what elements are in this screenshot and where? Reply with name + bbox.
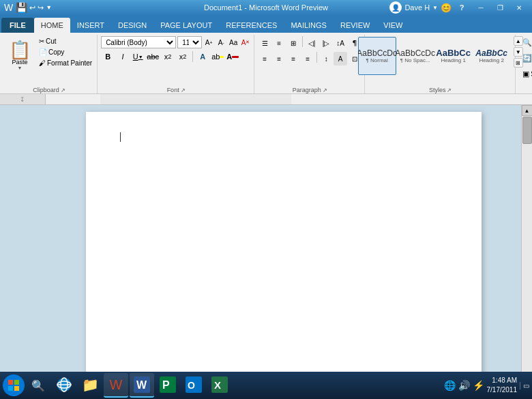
user-avatar: 👤 — [389, 1, 402, 14]
taskbar: 🔍 📁 W W P O — [0, 372, 532, 399]
font-color-btn[interactable]: A — [226, 50, 239, 63]
align-left-btn[interactable]: ≡ — [258, 52, 271, 65]
superscript-button[interactable]: x2 — [176, 50, 190, 63]
text-highlight-btn[interactable]: ab — [211, 50, 224, 63]
customize-icon[interactable]: ▼ — [46, 4, 52, 11]
excel-icon: X — [211, 376, 228, 393]
taskbar-ie[interactable] — [52, 373, 76, 398]
taskbar-office[interactable]: W — [104, 373, 128, 398]
start-button[interactable] — [3, 374, 25, 396]
taskbar-explorer[interactable]: 📁 — [78, 373, 102, 398]
document-area[interactable] — [46, 105, 521, 384]
tab-mailings[interactable]: MAILINGS — [284, 18, 334, 33]
tab-view[interactable]: VIEW — [376, 18, 409, 33]
taskbar-word[interactable]: W — [130, 373, 154, 398]
copy-button[interactable]: 📄 Copy — [37, 47, 94, 57]
paragraph-group-label[interactable]: Paragraph ↗ — [293, 87, 327, 93]
styles-group-label[interactable]: Styles ↗ — [429, 87, 452, 93]
taskbar-excel[interactable]: X — [207, 373, 232, 398]
system-clock[interactable]: 1:48 AM 7/17/2011 — [487, 376, 518, 395]
undo-icon[interactable]: ↩ — [29, 3, 35, 12]
scroll-thumb[interactable] — [522, 117, 532, 144]
indent-icon: ↧ — [0, 94, 45, 104]
decrease-indent-btn[interactable]: ◁| — [305, 36, 319, 50]
underline-button[interactable]: U▼ — [131, 50, 145, 63]
change-case-btn[interactable]: Aa — [228, 37, 239, 48]
strikethrough-button[interactable]: abc — [146, 50, 160, 63]
align-center-btn[interactable]: ≡ — [272, 52, 286, 65]
document-page[interactable] — [86, 112, 482, 384]
cut-button[interactable]: ✂ Cut — [37, 36, 94, 46]
tab-file[interactable]: FILE — [1, 18, 34, 33]
subscript-button[interactable]: x2 — [161, 50, 175, 63]
user-dropdown-icon[interactable]: ▼ — [432, 5, 438, 11]
battery-icon[interactable]: ⚡ — [473, 380, 484, 391]
find-button[interactable]: 🔍 Find ▼ — [519, 36, 532, 49]
tab-design[interactable]: DESIGN — [111, 18, 153, 33]
save-icon[interactable]: 💾 — [16, 2, 27, 13]
editing-content: 🔍 Find ▼ 🔄 Replace ▣ Select ▼ — [519, 36, 532, 85]
volume-icon[interactable]: 🔊 — [458, 380, 470, 391]
multilevel-btn[interactable]: ⊞ — [286, 36, 300, 50]
clear-formatting-btn[interactable]: A✕ — [240, 37, 251, 48]
increase-indent-btn[interactable]: |▷ — [319, 36, 333, 50]
increase-font-btn[interactable]: A+ — [203, 37, 214, 48]
highlight-color-indicator — [220, 56, 224, 58]
svg-rect-4 — [8, 386, 13, 391]
taskbar-search[interactable]: 🔍 — [26, 373, 50, 398]
font-color-indicator — [232, 56, 239, 58]
text-effects-btn[interactable]: A — [196, 50, 209, 63]
justify-btn[interactable]: ≡ — [301, 52, 314, 65]
align-right-btn[interactable]: ≡ — [286, 52, 300, 65]
select-button[interactable]: ▣ Select ▼ — [519, 68, 532, 80]
taskbar-publisher[interactable]: P — [156, 373, 180, 398]
clipboard-group-label[interactable]: Clipboard ↗ — [33, 87, 65, 93]
tab-home[interactable]: HOME — [34, 18, 70, 33]
font-name-select[interactable]: Calibri (Body) — [101, 36, 176, 48]
style-heading1[interactable]: AaBbCc Heading 1 — [434, 37, 473, 75]
minimize-btn[interactable]: ─ — [472, 2, 490, 13]
bullets-btn[interactable]: ☰ — [258, 36, 271, 50]
network-icon[interactable]: 🌐 — [444, 380, 456, 391]
font-group-label[interactable]: Font ↗ — [167, 87, 186, 93]
replace-icon: 🔄 — [522, 54, 532, 63]
format-painter-button[interactable]: 🖌 Format Painter — [37, 58, 94, 68]
line-spacing-btn[interactable]: ↕ — [319, 52, 333, 65]
shading-btn[interactable]: A — [334, 52, 347, 65]
maximize-btn[interactable]: ❐ — [491, 2, 509, 13]
bold-button[interactable]: B — [101, 50, 115, 63]
style-nospace[interactable]: AaBbCcDc ¶ No Spac... — [396, 37, 434, 75]
left-margin — [0, 105, 46, 384]
scroll-up-btn[interactable]: ▲ — [522, 105, 533, 116]
tab-references[interactable]: REFERENCES — [219, 18, 284, 33]
decrease-font-btn[interactable]: A- — [216, 37, 226, 48]
ruler-svg — [46, 94, 532, 104]
editing-buttons: 🔍 Find ▼ 🔄 Replace ▣ Select ▼ — [519, 36, 532, 80]
style-normal-preview: AaBbCcDc — [358, 49, 397, 57]
show-desktop-icon[interactable]: ▭ — [520, 382, 529, 389]
tab-review[interactable]: REVIEW — [334, 18, 376, 33]
underline-dropdown-icon: ▼ — [138, 55, 143, 59]
help-btn[interactable]: ? — [453, 2, 471, 13]
ribbon-tabs: FILE HOME INSERT DESIGN PAGE LAYOUT REFE… — [0, 15, 532, 33]
redo-icon[interactable]: ↪ — [38, 3, 44, 12]
italic-button[interactable]: I — [116, 50, 130, 63]
close-btn[interactable]: ✕ — [510, 2, 528, 13]
font-size-select[interactable]: 11 — [177, 36, 202, 48]
taskbar-outlook[interactable]: O — [181, 373, 206, 398]
replace-button[interactable]: 🔄 Replace — [519, 52, 532, 65]
ruler-corner[interactable]: ↧ — [0, 94, 46, 104]
scroll-track[interactable] — [522, 116, 532, 373]
sort-btn[interactable]: ↕A — [334, 36, 347, 50]
document-content[interactable] — [120, 132, 447, 142]
quick-access-toolbar: 💾 ↩ ↪ ▼ — [16, 2, 52, 13]
style-heading2[interactable]: AaBbCc Heading 2 — [473, 37, 511, 75]
tab-page-layout[interactable]: PAGE LAYOUT — [153, 18, 219, 33]
tab-insert[interactable]: INSERT — [70, 18, 111, 33]
numbering-btn[interactable]: ≡ — [272, 36, 286, 50]
paste-dropdown-icon[interactable]: ▼ — [18, 65, 23, 70]
paste-button[interactable]: 📋 Paste ▼ — [4, 36, 35, 74]
clipboard-group: 📋 Paste ▼ ✂ Cut 📄 Copy 🖌 Format Painter — [1, 35, 98, 93]
style-normal-label: ¶ Normal — [366, 57, 387, 63]
style-normal[interactable]: AaBbCcDc ¶ Normal — [358, 37, 396, 75]
